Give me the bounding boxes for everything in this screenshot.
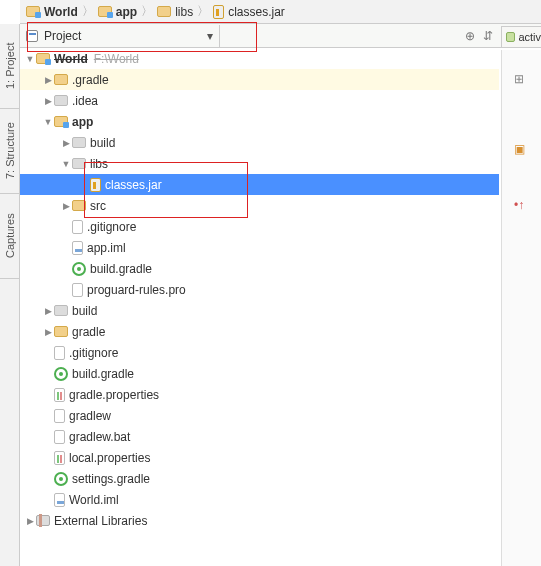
twisty-icon[interactable]: ▶: [42, 306, 54, 316]
module-icon: [36, 53, 50, 64]
tree-row[interactable]: classes.jar: [20, 174, 499, 195]
view-dropdown-label: Project: [44, 29, 81, 43]
tree-label: gradlew.bat: [65, 430, 130, 444]
breadcrumb-label: World: [44, 5, 78, 19]
tree-label: .gitignore: [65, 346, 118, 360]
folder-icon: [72, 200, 86, 211]
tree-row[interactable]: build.gradle: [20, 258, 499, 279]
twisty-icon[interactable]: ▼: [60, 159, 72, 169]
gutter-icon[interactable]: •↑: [514, 198, 524, 212]
gradle-icon: [72, 262, 86, 276]
twisty-icon[interactable]: ▶: [24, 516, 36, 526]
lib-icon: [36, 515, 50, 526]
tree-label: proguard-rules.pro: [83, 283, 186, 297]
tree-row[interactable]: ▶External Libraries: [20, 510, 499, 531]
tree-row[interactable]: gradlew.bat: [20, 426, 499, 447]
tree-label: build: [68, 304, 97, 318]
tree-sublabel: F:\World: [88, 52, 139, 66]
prop-icon: [54, 451, 65, 465]
tree-row[interactable]: .gitignore: [20, 342, 499, 363]
breadcrumb-item[interactable]: libs: [155, 5, 195, 19]
tree-label: gradlew: [65, 409, 111, 423]
tree-row[interactable]: ▼WorldF:\World: [20, 48, 499, 69]
twisty-icon[interactable]: ▶: [42, 75, 54, 85]
twisty-icon[interactable]: ▶: [60, 138, 72, 148]
folder-icon: [157, 6, 171, 17]
module-icon: [98, 6, 112, 17]
tree-label: settings.gradle: [68, 472, 150, 486]
side-tab-project[interactable]: 1: Project: [0, 24, 19, 109]
tree-row[interactable]: .gitignore: [20, 216, 499, 237]
breadcrumb-sep: 〉: [195, 3, 211, 20]
jar-icon: [213, 5, 224, 19]
module-icon: [26, 6, 40, 17]
breadcrumb-item[interactable]: app: [96, 5, 139, 19]
file-icon: [72, 283, 83, 297]
folder-c-icon: [72, 137, 86, 148]
gutter-icon[interactable]: ⊞: [514, 72, 524, 86]
tree-row[interactable]: World.iml: [20, 489, 499, 510]
tree-label: gradle: [68, 325, 105, 339]
side-tab-structure[interactable]: 7: Structure: [0, 109, 19, 194]
tree-label: build.gradle: [86, 262, 152, 276]
breadcrumb-item[interactable]: World: [24, 5, 80, 19]
file-icon: [72, 220, 83, 234]
view-dropdown[interactable]: Project ▾: [20, 25, 220, 47]
gradle-icon: [54, 367, 68, 381]
breadcrumb-sep: 〉: [80, 3, 96, 20]
gutter-icon[interactable]: ▣: [514, 142, 525, 156]
project-icon: [26, 30, 38, 42]
tree-row[interactable]: app.iml: [20, 237, 499, 258]
tree-label: libs: [86, 157, 108, 171]
tree-label: src: [86, 199, 106, 213]
side-tabs: 1: Project 7: Structure Captures: [0, 24, 20, 566]
tree-row[interactable]: ▶.idea: [20, 90, 499, 111]
editor-tab[interactable]: activ: [501, 26, 541, 48]
tree-label: classes.jar: [101, 178, 162, 192]
twisty-icon[interactable]: ▼: [42, 117, 54, 127]
twisty-icon[interactable]: ▼: [24, 54, 36, 64]
side-tab-captures[interactable]: Captures: [0, 194, 19, 279]
jar-icon: [90, 178, 101, 192]
file-icon: [54, 409, 65, 423]
twisty-icon[interactable]: ▶: [60, 201, 72, 211]
tree-row[interactable]: ▶.gradle: [20, 69, 499, 90]
tree-label: app.iml: [83, 241, 126, 255]
tree-row[interactable]: local.properties: [20, 447, 499, 468]
tree-row[interactable]: ▼libs: [20, 153, 499, 174]
folder-icon: [54, 74, 68, 85]
gutter: ⊞ ▣ •↑: [501, 50, 541, 566]
tree-row[interactable]: ▶gradle: [20, 321, 499, 342]
tree-label: build: [86, 136, 115, 150]
tree-row[interactable]: ▼app: [20, 111, 499, 132]
toolbar: Project ▾ ⊕ ⇵ ✻▾ ↦: [20, 24, 541, 48]
tree-label: gradle.properties: [65, 388, 159, 402]
xml-icon: [506, 32, 515, 42]
file-icon: [54, 346, 65, 360]
tree-label: build.gradle: [68, 367, 134, 381]
tree-row[interactable]: settings.gradle: [20, 468, 499, 489]
collapse-icon[interactable]: ⇵: [483, 29, 493, 43]
breadcrumb-item[interactable]: classes.jar: [211, 5, 287, 19]
editor-tab-label: activ: [518, 31, 541, 43]
tree-row[interactable]: ▶build: [20, 300, 499, 321]
tree-label: World.iml: [65, 493, 119, 507]
tree-row[interactable]: proguard-rules.pro: [20, 279, 499, 300]
locate-icon[interactable]: ⊕: [465, 29, 475, 43]
twisty-icon[interactable]: ▶: [42, 96, 54, 106]
file-i-icon: [54, 493, 65, 507]
tree-label: .idea: [68, 94, 98, 108]
tree-row[interactable]: ▶build: [20, 132, 499, 153]
folder-icon: [54, 326, 68, 337]
tree-row[interactable]: build.gradle: [20, 363, 499, 384]
breadcrumb-label: classes.jar: [228, 5, 285, 19]
tree-row[interactable]: gradle.properties: [20, 384, 499, 405]
tree-label: World: [50, 52, 88, 66]
twisty-icon[interactable]: ▶: [42, 327, 54, 337]
prop-icon: [54, 388, 65, 402]
project-tree[interactable]: ▼WorldF:\World▶.gradle▶.idea▼app▶build▼l…: [20, 48, 499, 566]
breadcrumb[interactable]: World〉app〉libs〉classes.jar: [20, 0, 541, 24]
tree-row[interactable]: ▶src: [20, 195, 499, 216]
tree-row[interactable]: gradlew: [20, 405, 499, 426]
tree-label: app: [68, 115, 93, 129]
